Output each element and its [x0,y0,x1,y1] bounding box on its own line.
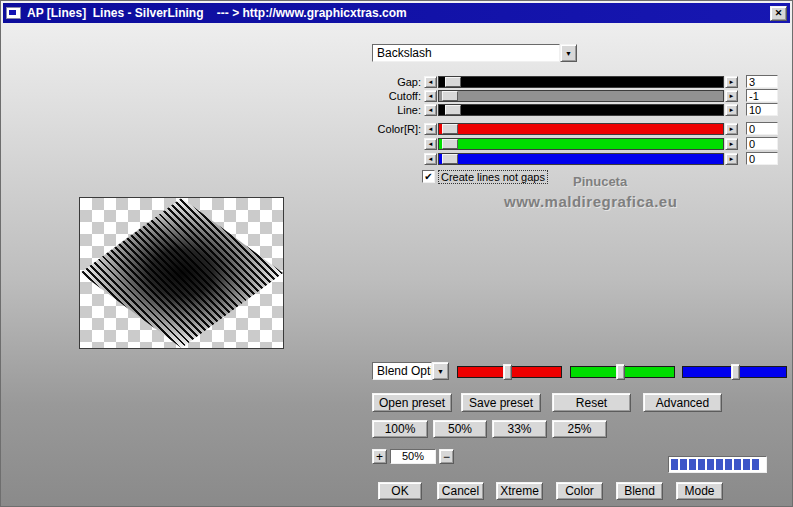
slider-value-color-r[interactable] [746,122,778,135]
progress-segment [743,459,750,470]
left-arrow-icon: ◄ [428,141,434,147]
slider-value-cutoff[interactable] [746,89,778,102]
left-arrow-icon: ◄ [428,126,434,132]
preview-canvas[interactable] [79,197,284,349]
color-button[interactable]: Color [556,482,603,500]
progress-segment [680,459,687,470]
cancel-button[interactable]: Cancel [437,482,484,500]
slider-left-arrow[interactable]: ◄ [424,123,437,135]
slider-track[interactable] [438,123,724,135]
progress-bar [668,456,767,473]
progress-segment [698,459,705,470]
save-preset-button[interactable]: Save preset [461,393,541,412]
slider-track[interactable] [438,153,724,165]
blue-slider-thumb[interactable] [731,364,740,380]
slider-row-color-g: ◄ ► [359,137,738,150]
slider-row-gap: Gap: ◄ ► [359,75,738,88]
slider-right-arrow[interactable]: ► [725,104,738,116]
check-icon: ✔ [424,171,432,182]
right-arrow-icon: ► [729,141,735,147]
zoom-33-button[interactable]: 33% [492,420,547,438]
open-preset-button[interactable]: Open preset [372,393,452,412]
slider-label: Color[R]: [359,123,421,135]
zoom-plus-button[interactable]: + [372,449,387,464]
slider-right-arrow[interactable]: ► [725,76,738,88]
blend-button[interactable]: Blend [616,482,663,500]
slider-left-arrow[interactable]: ◄ [424,138,437,150]
slider-thumb[interactable] [445,77,461,87]
close-button[interactable]: ✕ [770,6,787,21]
ok-button[interactable]: OK [378,482,422,500]
progress-segment [752,459,759,470]
slider-thumb[interactable] [442,154,458,164]
slider-track[interactable] [438,76,724,88]
close-icon: ✕ [775,8,783,18]
shape-preset-dropdown[interactable]: Backslash ▼ [372,44,577,62]
watermark-name: Pinuceta [573,174,627,189]
slider-right-arrow[interactable]: ► [725,123,738,135]
plugin-window: AP [Lines] Lines - SilverLining --- > ht… [0,0,793,507]
slider-thumb[interactable] [445,105,461,115]
slider-thumb[interactable] [442,91,458,101]
slider-left-arrow[interactable]: ◄ [424,104,437,116]
slider-row-line: Line: ◄ ► [359,103,738,116]
progress-segment [725,459,732,470]
zoom-25-button[interactable]: 25% [552,420,607,438]
right-arrow-icon: ► [729,79,735,85]
slider-row-cutoff: Cutoff: ◄ ► [359,89,738,102]
slider-left-arrow[interactable]: ◄ [424,76,437,88]
zoom-50-button[interactable]: 50% [433,420,487,438]
slider-row-color-r: Color[R]: ◄ ► [359,122,738,135]
slider-value-color-g[interactable] [746,137,778,150]
slider-value-color-b[interactable] [746,152,778,165]
chevron-down-icon: ▼ [565,50,572,57]
green-slider-thumb[interactable] [616,364,625,380]
blend-options-arrow-button[interactable]: ▼ [432,362,449,380]
shape-preset-value: Backslash [372,44,560,62]
progress-segment [734,459,741,470]
green-channel-slider[interactable] [570,364,675,380]
slider-thumb[interactable] [442,124,458,134]
blend-options-dropdown[interactable]: Blend Opti ▼ [372,362,449,380]
slider-track[interactable] [438,104,724,116]
slider-track[interactable] [438,90,724,102]
create-lines-row: ✔ Create lines not gaps [422,170,547,183]
xtreme-button[interactable]: Xtreme [496,482,543,500]
watermark-url: www.maldiregrafica.eu [504,193,677,210]
slider-right-arrow[interactable]: ► [725,153,738,165]
left-arrow-icon: ◄ [428,107,434,113]
titlebar: AP [Lines] Lines - SilverLining --- > ht… [3,3,790,23]
slider-row-color-b: ◄ ► [359,152,738,165]
blue-channel-slider[interactable] [682,364,787,380]
mode-button[interactable]: Mode [676,482,723,500]
zoom-minus-button[interactable]: − [439,449,454,464]
progress-segment [671,459,678,470]
slider-value-line[interactable] [746,103,778,116]
slider-left-arrow[interactable]: ◄ [424,90,437,102]
slider-track[interactable] [438,138,724,150]
red-slider-thumb[interactable] [503,364,512,380]
zoom-100-button[interactable]: 100% [372,420,428,438]
right-arrow-icon: ► [729,156,735,162]
progress-segment [716,459,723,470]
slider-value-gap[interactable] [746,75,778,88]
red-channel-slider[interactable] [457,364,562,380]
chevron-down-icon: ▼ [437,368,444,375]
slider-right-arrow[interactable]: ► [725,90,738,102]
slider-label: Cutoff: [359,90,421,102]
create-lines-label[interactable]: Create lines not gaps [439,171,547,183]
left-arrow-icon: ◄ [428,93,434,99]
slider-right-arrow[interactable]: ► [725,138,738,150]
create-lines-checkbox[interactable]: ✔ [422,170,435,183]
left-arrow-icon: ◄ [428,156,434,162]
right-arrow-icon: ► [729,126,735,132]
advanced-button[interactable]: Advanced [643,393,722,412]
reset-button[interactable]: Reset [552,393,631,412]
window-title: AP [Lines] Lines - SilverLining --- > ht… [27,6,407,20]
slider-thumb[interactable] [442,139,458,149]
shape-preset-arrow-button[interactable]: ▼ [560,44,577,62]
slider-left-arrow[interactable]: ◄ [424,153,437,165]
right-arrow-icon: ► [729,93,735,99]
lines-diamond-graphic [80,198,283,348]
progress-segment [707,459,714,470]
